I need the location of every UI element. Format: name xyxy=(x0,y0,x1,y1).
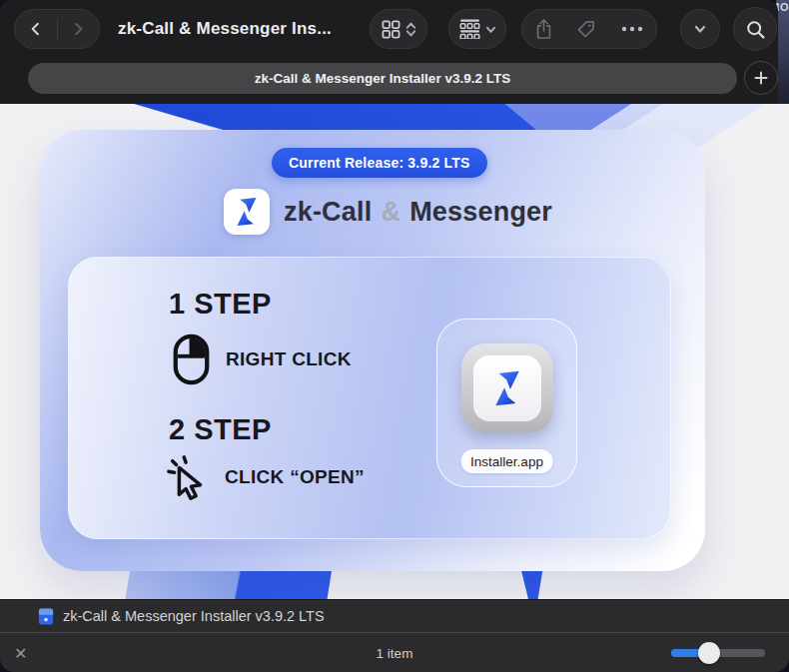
navigation-buttons xyxy=(14,9,100,49)
bottom-toolbar: 1 item ✕ xyxy=(0,632,789,672)
toolbar-overflow-button[interactable] xyxy=(680,9,720,49)
step-1-row: RIGHT CLICK xyxy=(173,334,352,385)
brand-row: zk-Call&Messenger xyxy=(224,189,552,235)
path-bar[interactable]: zk-Call & Messenger Installer v3.9.2 LTS xyxy=(28,63,737,94)
app-title: zk-Call&Messenger xyxy=(284,197,552,228)
app-logo-icon xyxy=(224,189,270,235)
installer-app-icon xyxy=(473,355,541,421)
release-badge: Current Release: 3.9.2 LTS xyxy=(272,148,487,178)
step-1-action: RIGHT CLICK xyxy=(226,348,352,370)
installer-app-tile[interactable]: Installer.app xyxy=(436,319,577,487)
installer-hero-card: Current Release: 3.9.2 LTS zk-Call xyxy=(40,130,705,571)
step-2-action: CLICK “OPEN” xyxy=(225,466,365,488)
view-options-button[interactable] xyxy=(370,9,427,49)
plus-icon xyxy=(753,70,769,86)
actions-button-group xyxy=(521,9,657,49)
add-tab-button[interactable] xyxy=(744,61,778,95)
group-by-button[interactable] xyxy=(448,9,506,49)
banner-bottom-decoration xyxy=(125,567,332,599)
share-button[interactable] xyxy=(534,18,553,40)
chevron-down-icon xyxy=(485,24,496,35)
instructions-panel: 1 STEP RIGHT CLICK 2 STEP xyxy=(68,257,671,539)
search-icon xyxy=(745,19,766,40)
chevron-up-down-icon xyxy=(405,21,416,38)
disk-image-icon xyxy=(38,607,54,626)
installer-app-plate xyxy=(461,343,553,433)
finder-window: MO zk-Call & Messenger Ins... xyxy=(0,0,789,672)
volume-name: zk-Call & Messenger Installer v3.9.2 LTS xyxy=(63,608,325,624)
window-title: zk-Call & Messenger Ins... xyxy=(118,0,332,57)
status-bar: zk-Call & Messenger Installer v3.9.2 LTS xyxy=(0,599,789,632)
group-by-icon xyxy=(459,19,480,39)
step-2-row: CLICK “OPEN” xyxy=(165,453,365,501)
window-header: zk-Call & Messenger Ins... xyxy=(0,0,778,104)
search-button[interactable] xyxy=(733,7,777,51)
finder-content-area: Current Release: 3.9.2 LTS zk-Call xyxy=(0,104,789,599)
back-icon xyxy=(27,20,45,38)
mouse-right-click-icon xyxy=(173,334,210,385)
forward-button[interactable] xyxy=(58,10,100,48)
back-button[interactable] xyxy=(15,10,57,48)
icon-size-slider[interactable] xyxy=(671,649,765,657)
cursor-click-icon xyxy=(165,453,213,501)
icon-view-icon xyxy=(382,20,400,39)
installer-app-label: Installer.app xyxy=(460,449,553,473)
chevron-down-icon xyxy=(693,22,707,36)
step-2-title: 2 STEP xyxy=(169,413,272,446)
volume-breadcrumb: zk-Call & Messenger Installer v3.9.2 LTS xyxy=(38,607,325,626)
close-icon[interactable]: ✕ xyxy=(14,633,27,672)
forward-icon xyxy=(69,20,87,38)
step-1-title: 1 STEP xyxy=(169,288,272,321)
more-button[interactable] xyxy=(620,25,644,33)
tag-button[interactable] xyxy=(576,19,596,39)
banner-bottom-wedge xyxy=(518,567,545,599)
slider-thumb[interactable] xyxy=(698,642,720,664)
